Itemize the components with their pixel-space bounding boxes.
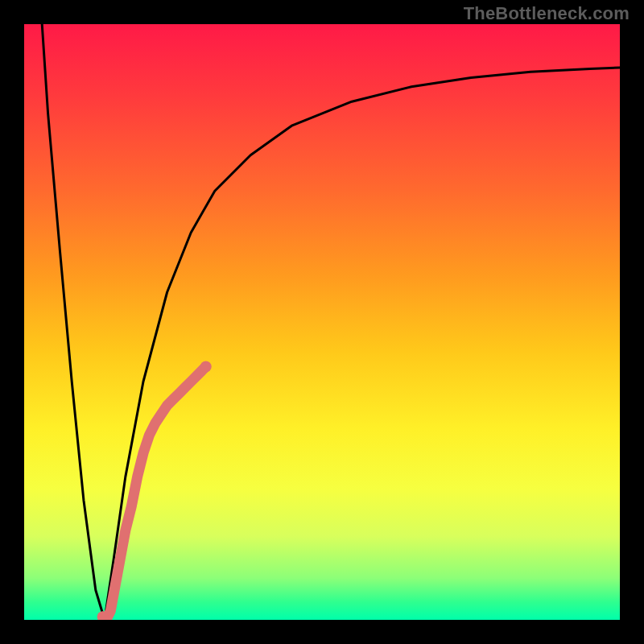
curve-right bbox=[105, 68, 620, 620]
chart-svg bbox=[24, 24, 620, 620]
marker-group bbox=[97, 361, 212, 621]
plot-area bbox=[24, 24, 620, 620]
svg-point-1 bbox=[200, 361, 212, 373]
curve-left bbox=[42, 24, 105, 620]
watermark-text: TheBottleneck.com bbox=[464, 3, 630, 24]
chart-frame: TheBottleneck.com bbox=[0, 0, 644, 644]
